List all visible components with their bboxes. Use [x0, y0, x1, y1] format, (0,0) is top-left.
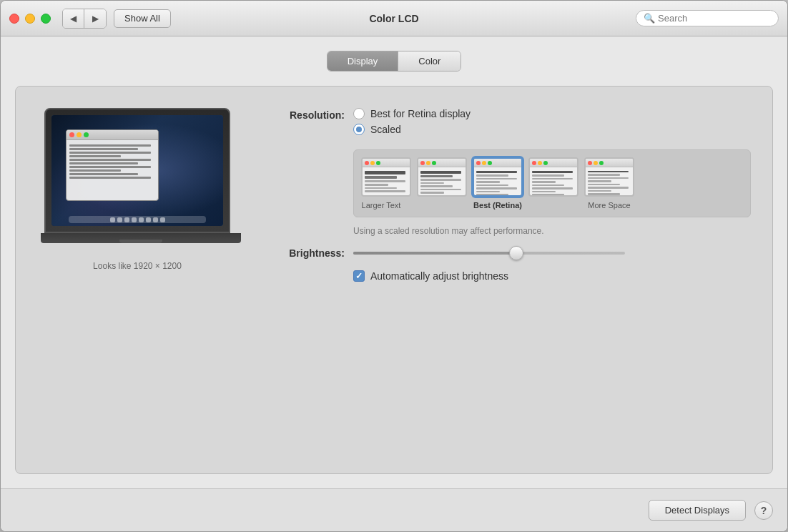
back-button[interactable]: ◀ [63, 9, 84, 28]
tab-color[interactable]: Color [398, 51, 461, 71]
thumb-max-btn [488, 161, 492, 165]
minimize-button[interactable] [25, 14, 35, 24]
thumb-label-more: More Space [588, 201, 630, 210]
thumb-label-best: Best (Retina) [473, 201, 522, 210]
thumb-line [532, 174, 564, 177]
brightness-slider-track[interactable] [353, 252, 625, 255]
show-all-button[interactable]: Show All [114, 9, 171, 28]
main-window: ◀ ▶ Show All Color LCD 🔍 Display Color [0, 0, 788, 532]
tab-display[interactable]: Display [327, 51, 399, 71]
maximize-button[interactable] [41, 14, 51, 24]
thumbnails-container: Larger Text [353, 149, 751, 217]
thumb-line [532, 171, 573, 173]
macbook-image [41, 108, 234, 251]
mini-line [69, 152, 151, 154]
thumb-titlebar [586, 159, 633, 167]
thumb-line [588, 190, 611, 192]
mini-window-titlebar [67, 130, 158, 140]
thumb-titlebar [363, 159, 410, 167]
mini-max-btn [84, 132, 89, 137]
auto-brightness-checkbox[interactable]: ✓ [353, 270, 365, 282]
thumb-min-btn [482, 161, 486, 165]
auto-brightness-row: ✓ Automatically adjust brightness [353, 270, 751, 282]
thumb-line [476, 181, 500, 183]
thumb-titlebar [474, 159, 521, 167]
thumb-body [530, 167, 577, 197]
thumb-min-btn [538, 161, 542, 165]
close-button[interactable] [9, 14, 19, 24]
detect-displays-button[interactable]: Detect Displays [649, 500, 746, 521]
thumb-line [476, 194, 508, 196]
mini-min-btn [77, 132, 82, 137]
thumb-min-btn [594, 161, 598, 165]
thumb-line [588, 187, 629, 189]
thumb-window-larger [361, 157, 411, 197]
forward-button[interactable]: ▶ [84, 9, 106, 28]
thumb-window-medium2 [528, 157, 578, 197]
bottom-bar: Detect Displays ? [1, 488, 787, 531]
resolution-label: Resolution: [266, 108, 345, 121]
thumb-close-btn [476, 161, 481, 165]
thumb-min-btn [426, 161, 430, 165]
thumb-label-larger: Larger Text [362, 201, 401, 210]
thumb-body [474, 167, 521, 197]
mini-line [69, 173, 138, 175]
checkmark-icon: ✓ [355, 272, 363, 280]
thumb-max-btn [376, 161, 380, 165]
thumb-line [588, 177, 629, 179]
screen-content [51, 115, 223, 226]
thumb-label-medium1 [440, 201, 443, 210]
radio-scaled-label: Scaled [370, 124, 401, 135]
macbook-base [41, 233, 241, 243]
tabs-container: Display Color [15, 51, 773, 72]
thumb-line [420, 182, 444, 184]
left-panel: Looks like 1920 × 1200 [37, 108, 237, 452]
search-input[interactable] [658, 13, 771, 24]
dock-icon [110, 217, 115, 222]
thumb-line [476, 171, 517, 173]
radio-best[interactable]: Best for Retina display [353, 108, 471, 119]
thumb-best-retina[interactable]: Best (Retina) [473, 157, 523, 210]
resolution-options: Best for Retina display Scaled [353, 108, 471, 135]
brightness-slider-fill [353, 252, 516, 255]
thumb-larger-text[interactable]: Larger Text [361, 157, 411, 210]
dock-icon [132, 217, 137, 222]
thumb-line [476, 174, 508, 177]
search-icon: 🔍 [644, 13, 655, 24]
thumb-line [588, 171, 629, 172]
thumb-titlebar [530, 159, 577, 167]
thumb-line [588, 180, 611, 182]
resolution-size-label: Looks like 1920 × 1200 [93, 261, 182, 271]
auto-brightness-label: Automatically adjust brightness [370, 270, 508, 282]
dock-icon [124, 217, 129, 222]
mini-line [69, 159, 151, 161]
thumb-medium-2[interactable] [528, 157, 578, 210]
thumb-label-medium2 [552, 201, 554, 210]
help-button[interactable]: ? [754, 501, 773, 520]
resolution-row: Resolution: Best for Retina display Scal… [266, 108, 751, 135]
thumb-titlebar [418, 159, 466, 167]
thumb-medium-1[interactable] [417, 157, 467, 210]
radio-scaled[interactable]: Scaled [353, 124, 471, 135]
scaled-note: Using a scaled resolution may affect per… [353, 226, 751, 236]
thumb-window-medium1 [417, 157, 467, 197]
brightness-label: Brightness: [266, 247, 345, 259]
thumb-line [588, 197, 629, 197]
mini-line [69, 162, 138, 164]
mini-close-btn [69, 132, 74, 137]
mini-line [69, 148, 138, 150]
radio-scaled-dot [356, 127, 362, 132]
thumb-line [420, 179, 461, 181]
thumb-line [365, 187, 397, 189]
content-area: Display Color [1, 36, 787, 488]
thumb-more-space[interactable]: More Space [584, 157, 634, 210]
dock-strip [69, 216, 206, 223]
title-bar: ◀ ▶ Show All Color LCD 🔍 [1, 1, 787, 36]
thumb-body [586, 167, 633, 197]
radio-scaled-circle [353, 124, 365, 135]
brightness-slider-thumb[interactable] [509, 246, 523, 260]
thumb-max-btn [599, 161, 604, 165]
mini-line [69, 144, 151, 147]
search-box: 🔍 [636, 10, 779, 26]
thumb-line [365, 176, 397, 179]
